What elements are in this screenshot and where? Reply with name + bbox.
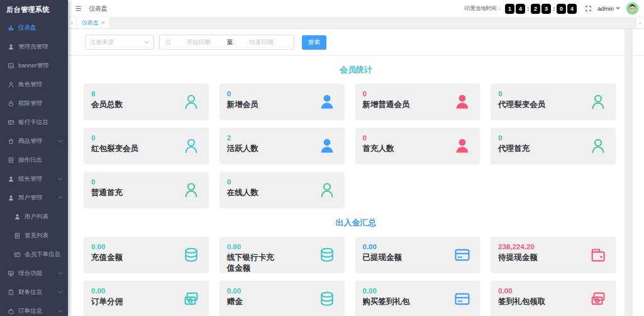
sidebar-item-银行卡信息[interactable]: 银行卡信息 xyxy=(0,113,68,132)
stat-card: 0.00线下银行卡充值金额 xyxy=(219,237,345,273)
stat-card: 0红包裂变会员 xyxy=(84,128,209,164)
stat-card: 0新增普通会员 xyxy=(355,84,480,120)
stat-label: 充值金额 xyxy=(91,252,139,262)
clock-digit: 4 xyxy=(567,4,577,14)
user-outline-icon xyxy=(182,181,200,199)
user-icon xyxy=(14,213,21,220)
sidebar-item-label: 会员下单信息 xyxy=(25,251,60,259)
avatar[interactable] xyxy=(626,2,639,15)
end-date-placeholder: 结束日期 xyxy=(234,38,289,47)
chevron-down-icon xyxy=(58,308,63,313)
stat-label: 会员总数 xyxy=(91,99,139,110)
caret-down-icon xyxy=(616,7,620,10)
shopping-bag-icon xyxy=(8,138,14,145)
sidebar-item-操作日志[interactable]: 操作日志 xyxy=(0,150,68,169)
app-root: 后台管理系统 仪表盘管理员管理banner管理角色管理权限管理银行卡信息商品管理… xyxy=(0,0,644,316)
scrollbar-track[interactable] xyxy=(625,29,633,316)
sidebar-item-仪表盘[interactable]: 仪表盘 xyxy=(0,18,68,37)
stat-card: 0普通首充 xyxy=(84,172,209,208)
stat-card: 0.00签到礼包领取 xyxy=(491,281,616,316)
bar-chart-icon xyxy=(8,25,14,31)
stat-label: 红包裂变会员 xyxy=(91,144,139,154)
user-filled-icon xyxy=(453,93,471,111)
tab-scroll-right-icon[interactable]: › xyxy=(635,18,644,28)
sidebar: 后台管理系统 仪表盘管理员管理banner管理角色管理权限管理银行卡信息商品管理… xyxy=(0,0,68,316)
chevron-down-icon xyxy=(144,40,149,44)
search-button[interactable]: 搜索 xyxy=(302,35,326,50)
sidebar-item-首充列表[interactable]: 首充列表 xyxy=(0,226,68,245)
document-icon xyxy=(8,157,14,164)
sidebar-item-财务信息[interactable]: 财务信息 xyxy=(0,283,68,302)
credit-card-icon xyxy=(453,290,471,308)
date-range-input[interactable]: 开始日期 至 结束日期 xyxy=(159,35,294,50)
sidebar-item-管理员管理[interactable]: 管理员管理 xyxy=(0,37,68,56)
sidebar-item-综合功能[interactable]: 综合功能 xyxy=(0,264,68,283)
sidebar-item-角色管理[interactable]: 角色管理 xyxy=(0,75,68,94)
stat-card: 0.00已提现金额 xyxy=(355,237,480,273)
fullscreen-icon[interactable] xyxy=(585,5,592,12)
stat-label: 代理裂变会员 xyxy=(498,99,546,110)
top-header: 仪表盘 印度当地时间： 14:23:04 admin xyxy=(68,0,644,18)
breadcrumb: 仪表盘 xyxy=(89,4,108,13)
user-outline-icon xyxy=(182,93,200,111)
sidebar-item-label: 组长管理 xyxy=(18,175,42,183)
sidebar-item-label: 首充列表 xyxy=(25,232,48,240)
sidebar-item-用户列表[interactable]: 用户列表 xyxy=(0,207,68,226)
sidebar-item-用户管理[interactable]: 用户管理 xyxy=(0,188,68,207)
sidebar-item-权限管理[interactable]: 权限管理 xyxy=(0,94,68,113)
tab-scroll-left-icon[interactable]: ‹ xyxy=(68,18,77,28)
sidebar-item-label: 银行卡信息 xyxy=(18,118,48,127)
sidebar-item-会员下单信息[interactable]: 会员下单信息 xyxy=(0,245,68,264)
sidebar-item-label: 财务信息 xyxy=(18,288,42,296)
sidebar-item-label: 订单信息 xyxy=(18,307,42,315)
stat-label: 代理首充 xyxy=(498,144,546,154)
stat-label: 在线人数 xyxy=(227,188,275,198)
close-icon[interactable]: × xyxy=(101,20,104,26)
user-outline-icon xyxy=(318,181,336,199)
user-icon xyxy=(8,43,14,50)
clock-digit: 3 xyxy=(541,4,551,14)
chart-board-icon xyxy=(8,270,14,277)
stat-label: 购买签到礼包 xyxy=(363,296,411,307)
local-time-label: 印度当地时间： xyxy=(465,5,502,13)
chevron-down-icon xyxy=(58,176,63,181)
stat-card: 0代理首充 xyxy=(491,128,616,164)
chevron-down-icon xyxy=(58,271,63,276)
sidebar-item-label: banner管理 xyxy=(18,62,49,70)
sidebar-item-label: 用户列表 xyxy=(25,213,48,221)
user-outline-icon xyxy=(8,81,14,88)
stat-card: 0在线人数 xyxy=(219,172,345,208)
banknotes-icon xyxy=(182,290,200,308)
sidebar-item-banner管理[interactable]: banner管理 xyxy=(0,56,68,75)
bank-card-icon xyxy=(14,251,21,258)
credit-card-icon xyxy=(453,246,471,264)
bank-card-icon xyxy=(8,119,14,126)
select-placeholder: 注册来源 xyxy=(90,38,144,47)
user-filled-icon xyxy=(318,137,336,155)
chevron-down-icon xyxy=(58,138,63,144)
stat-label: 首充人数 xyxy=(363,144,411,154)
sidebar-item-订单信息[interactable]: 订单信息 xyxy=(0,302,68,316)
stat-card: 0.00购买签到礼包 xyxy=(355,281,480,316)
stat-card: 238,224.20待提现金额 xyxy=(491,237,616,273)
stat-card: 0.00充值金额 xyxy=(84,237,209,273)
sidebar-item-商品管理[interactable]: 商品管理 xyxy=(0,132,68,150)
user-outline-icon xyxy=(589,93,607,111)
hamburger-menu-icon[interactable] xyxy=(74,5,82,12)
register-source-select[interactable]: 注册来源 xyxy=(85,35,154,50)
tab-dashboard[interactable]: 仪表盘 × xyxy=(77,18,110,28)
sidebar-item-label: 综合功能 xyxy=(18,269,42,278)
stat-card: 0代理裂变会员 xyxy=(491,84,616,120)
stat-label: 普通首充 xyxy=(91,188,139,198)
tab-label: 仪表盘 xyxy=(82,19,99,27)
sidebar-item-组长管理[interactable]: 组长管理 xyxy=(0,169,68,188)
stat-label: 待提现金额 xyxy=(498,252,546,262)
lock-icon xyxy=(8,100,14,107)
coins-icon xyxy=(318,290,336,308)
username: admin xyxy=(597,5,614,12)
user-dropdown[interactable]: admin xyxy=(597,5,620,12)
sidebar-item-label: 商品管理 xyxy=(18,137,42,145)
clock-display: 14:23:04 xyxy=(505,4,577,14)
section-title: 会员统计 xyxy=(68,64,644,76)
main-content: 注册来源 开始日期 至 结束日期 搜索 会员统计8会员总数0新增会员0新增普通会… xyxy=(68,29,644,316)
